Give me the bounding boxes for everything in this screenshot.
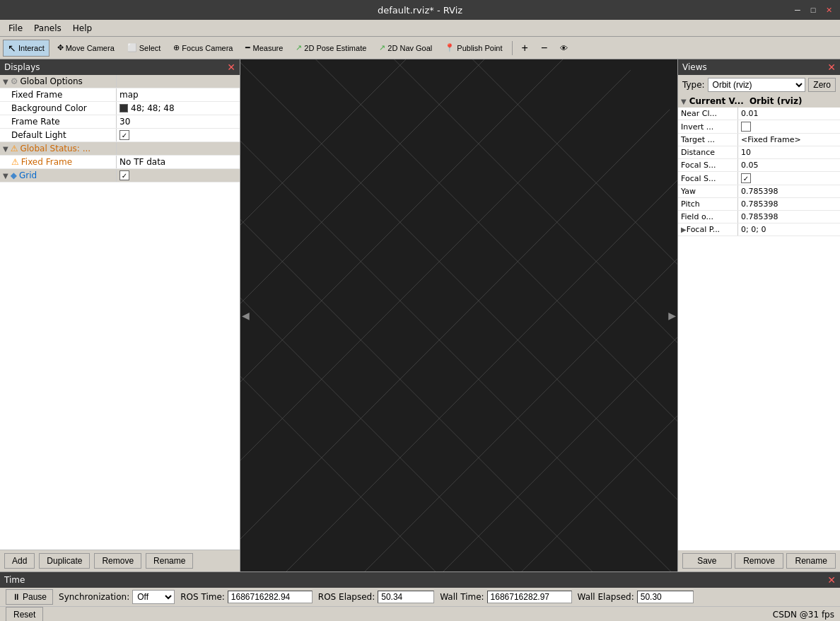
warning-icon: ⚠ [11, 144, 18, 153]
menu-file[interactable]: File [3, 22, 28, 35]
background-color-val-cell[interactable]: 48; 48; 48 [117, 102, 240, 115]
2d-nav-icon: ↗ [379, 43, 385, 52]
invert-checkbox[interactable] [741, 122, 751, 132]
invert-text: Invert ... [681, 122, 713, 132]
2d-nav-tool[interactable]: ↗ 2D Nav Goal [374, 40, 437, 55]
maximize-button[interactable]: □ [807, 4, 819, 16]
2d-pose-tool[interactable]: ↗ 2D Pose Estimate [291, 40, 371, 55]
views-action-buttons: Save Remove Rename [678, 550, 840, 571]
frame-rate-val-cell[interactable]: 30 [117, 115, 240, 128]
remove-tool-button[interactable]: − [536, 39, 552, 57]
ros-elapsed-label: ROS Elapsed: [318, 592, 375, 602]
default-light-checkbox[interactable]: ✓ [119, 130, 129, 140]
move-camera-tool[interactable]: ✥ Move Camera [52, 40, 119, 55]
wall-elapsed-input[interactable] [637, 591, 694, 603]
ros-time-input[interactable] [228, 591, 313, 603]
global-status-expand[interactable]: ▼ [3, 145, 8, 153]
views-title: Views [682, 62, 707, 72]
add-tool-button[interactable]: + [517, 39, 533, 57]
wall-time-input[interactable] [487, 591, 572, 603]
fixed-frame-val-cell[interactable]: map [117, 88, 240, 101]
background-color-row: Background Color 48; 48; 48 [0, 102, 240, 115]
default-light-val-cell[interactable]: ✓ [117, 129, 240, 141]
yaw-val[interactable]: 0.785398 [738, 185, 840, 197]
add-button[interactable]: Add [4, 553, 35, 569]
focal-point-label: ▶ Focal P... [678, 224, 738, 236]
publish-point-tool[interactable]: 📍 Publish Point [440, 40, 507, 55]
near-cl-text: Near Cl... [681, 109, 717, 118]
focal-point-text: Focal P... [687, 225, 720, 234]
interact-tool[interactable]: ↖ Interact [3, 40, 49, 57]
near-clipping-val[interactable]: 0.01 [738, 108, 840, 120]
views-panel: Views ✕ Type: Orbit (rviz) Zero ▼ Curren… [677, 59, 840, 571]
fixed-frame-label: Fixed Frame [11, 90, 62, 100]
svg-line-13 [240, 70, 631, 511]
grid-checkbox[interactable]: ✓ [119, 170, 129, 180]
warning-sub-icon: ⚠ [11, 157, 19, 167]
views-type-select[interactable]: Orbit (rviz) [708, 78, 806, 92]
svg-line-5 [240, 59, 677, 571]
minimize-button[interactable]: ─ [792, 4, 803, 16]
wall-elapsed-label: Wall Elapsed: [578, 592, 634, 602]
pause-label: Pause [23, 592, 47, 602]
remove-button[interactable]: Remove [94, 553, 141, 569]
global-options-expand[interactable]: ▼ [3, 78, 8, 86]
viewport[interactable]: ◀ ▶ [240, 59, 677, 571]
close-button[interactable]: ✕ [823, 4, 834, 16]
grid-expand[interactable]: ▼ [3, 172, 8, 180]
reset-button[interactable]: Reset [6, 607, 43, 622]
views-save-button[interactable]: Save [682, 553, 732, 569]
time-close-button[interactable]: ✕ [827, 574, 836, 586]
yaw-row: Yaw 0.785398 [678, 185, 840, 198]
frame-rate-row: Frame Rate 30 [0, 115, 240, 129]
duplicate-button[interactable]: Duplicate [39, 553, 90, 569]
distance-val[interactable]: 10 [738, 146, 840, 158]
background-color-value: 48; 48; 48 [131, 103, 175, 113]
pause-button[interactable]: ⏸ Pause [6, 589, 53, 605]
global-options-row: ▼ ⚙ Global Options [0, 75, 240, 88]
viewport-arrow-left[interactable]: ◀ [242, 310, 250, 321]
grid-color-icon: ◆ [11, 170, 17, 180]
target-val[interactable]: <Fixed Frame> [738, 134, 840, 146]
pitch-row: Pitch 0.785398 [678, 198, 840, 211]
2d-pose-icon: ↗ [296, 43, 302, 52]
focal-s2-val[interactable]: ✓ [738, 172, 840, 185]
menu-help[interactable]: Help [67, 22, 98, 35]
viewport-arrow-right[interactable]: ▶ [668, 310, 676, 321]
move-camera-label: Move Camera [66, 44, 115, 52]
sync-select[interactable]: Off [132, 590, 175, 604]
grid-val-cell[interactable]: ✓ [117, 169, 240, 182]
measure-tool[interactable]: ━ Measure [240, 40, 288, 55]
rename-button[interactable]: Rename [146, 553, 193, 569]
menu-panels[interactable]: Panels [28, 22, 67, 35]
global-status-fixed-frame-row: ⚠ Fixed Frame No TF data [0, 156, 240, 169]
views-zero-button[interactable]: Zero [808, 78, 836, 92]
sync-field: Synchronization: Off [59, 590, 175, 604]
displays-bottom-buttons: Add Duplicate Remove Rename [0, 550, 240, 571]
views-remove-button[interactable]: Remove [735, 553, 784, 569]
views-header: Views ✕ [678, 59, 840, 75]
select-tool[interactable]: ⬜ Select [122, 40, 166, 55]
pitch-val[interactable]: 0.785398 [738, 198, 840, 210]
measure-icon: ━ [245, 43, 250, 52]
svg-line-10 [240, 59, 513, 394]
time-content: ⏸ Pause Synchronization: Off ROS Time: R… [0, 588, 840, 606]
ros-elapsed-input[interactable] [378, 591, 434, 603]
displays-header: Displays ✕ [0, 59, 240, 75]
eye-button[interactable]: 👁 [555, 41, 573, 55]
invert-val[interactable] [738, 120, 840, 133]
focal-point-expand[interactable]: ▶ [681, 226, 687, 233]
focus-camera-tool[interactable]: ⊕ Focus Camera [168, 40, 238, 55]
fps-value: 31 fps [808, 610, 834, 620]
fov-val[interactable]: 0.785398 [738, 211, 840, 223]
views-close-button[interactable]: ✕ [827, 62, 836, 73]
ros-time-field: ROS Time: [180, 591, 313, 603]
pitch-value: 0.785398 [741, 199, 778, 209]
focal-s1-val[interactable]: 0.05 [738, 159, 840, 171]
views-rename-button[interactable]: Rename [786, 553, 836, 569]
displays-close-button[interactable]: ✕ [227, 62, 235, 73]
focal-s2-checkbox[interactable]: ✓ [741, 173, 751, 183]
wall-elapsed-field: Wall Elapsed: [578, 591, 694, 603]
views-type-row: Type: Orbit (rviz) Zero [678, 75, 840, 95]
current-view-expand[interactable]: ▼ [681, 98, 687, 105]
